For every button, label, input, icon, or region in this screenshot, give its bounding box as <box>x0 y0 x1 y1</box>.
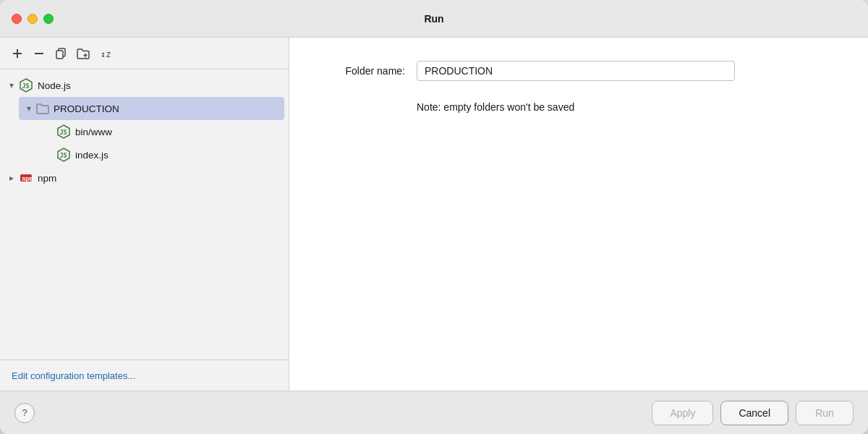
copy-button[interactable] <box>52 46 69 61</box>
edit-config-link[interactable]: Edit configuration templates... <box>12 370 135 381</box>
tree-container: JS Node.js PRODUCTION <box>0 69 289 359</box>
indexjs-icon: JS <box>56 148 71 162</box>
indexjs-label: index.js <box>75 150 109 161</box>
folder-icon <box>36 102 49 115</box>
cancel-button[interactable]: Cancel <box>720 401 788 425</box>
remove-button[interactable] <box>30 46 48 61</box>
new-folder-button[interactable] <box>74 46 93 61</box>
apply-button[interactable]: Apply <box>652 401 713 425</box>
svg-rect-4 <box>56 51 63 59</box>
chevron-nodejs <box>6 80 17 91</box>
note-text: Note: empty folders won't be saved <box>417 101 839 113</box>
folder-name-row: Folder name: <box>318 61 839 81</box>
binwww-label: bin/www <box>75 127 112 137</box>
main-content: ↕z JS Node.js <box>0 38 868 391</box>
left-panel: ↕z JS Node.js <box>0 38 289 391</box>
nodejs-label: Node.js <box>38 80 71 91</box>
chevron-production <box>23 103 35 114</box>
edit-config-section: Edit configuration templates... <box>0 359 289 391</box>
tree-item-production[interactable]: PRODUCTION <box>19 97 284 120</box>
svg-text:JS: JS <box>60 129 67 136</box>
help-button[interactable]: ? <box>14 403 35 423</box>
title-bar: Run <box>0 0 868 38</box>
right-panel: Folder name: Note: empty folders won't b… <box>289 38 868 391</box>
svg-text:↕z: ↕z <box>101 49 111 59</box>
tree-item-binwww[interactable]: JS bin/www <box>38 120 289 143</box>
minimize-button[interactable] <box>27 14 38 24</box>
folder-name-input[interactable] <box>417 61 735 81</box>
svg-text:npm: npm <box>22 176 33 182</box>
maximize-button[interactable] <box>43 14 54 24</box>
nodejs-icon: JS <box>19 78 33 93</box>
production-label: PRODUCTION <box>54 103 119 114</box>
add-button[interactable] <box>9 46 26 61</box>
window-controls <box>12 14 54 24</box>
svg-text:JS: JS <box>22 82 30 90</box>
tree-item-indexjs[interactable]: JS index.js <box>38 143 289 166</box>
run-dialog: Run <box>0 0 868 434</box>
close-button[interactable] <box>12 14 22 24</box>
bottom-bar: ? Apply Cancel Run <box>0 391 868 434</box>
npm-icon: npm <box>19 171 33 185</box>
tree-item-nodejs[interactable]: JS Node.js <box>0 74 289 97</box>
binwww-icon: JS <box>56 124 71 139</box>
chevron-npm <box>6 172 17 184</box>
npm-label: npm <box>38 173 56 184</box>
action-buttons: Apply Cancel Run <box>652 401 854 425</box>
sort-button[interactable]: ↕z <box>97 46 114 61</box>
dialog-title: Run <box>424 13 443 25</box>
toolbar: ↕z <box>0 38 289 69</box>
run-button[interactable]: Run <box>796 401 854 425</box>
svg-text:JS: JS <box>60 152 67 159</box>
tree-item-npm[interactable]: npm npm <box>0 166 289 190</box>
folder-name-label: Folder name: <box>318 65 405 77</box>
